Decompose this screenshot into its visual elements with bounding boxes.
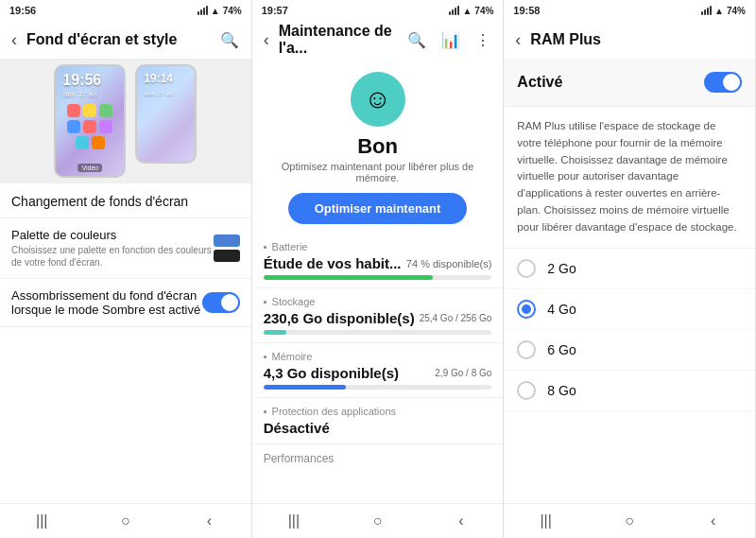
top-bar-p3: ‹ RAM Plus: [504, 21, 755, 59]
activated-label: Activé: [517, 74, 562, 91]
radio-label-3: 8 Go: [547, 383, 576, 398]
stat-header-1: ▪ Stockage: [264, 296, 492, 307]
battery-p1: 74%: [223, 6, 242, 16]
progress-bg-2: [264, 385, 492, 390]
toggle-knob: [221, 294, 238, 311]
radio-circle-3: [517, 381, 536, 400]
phone-preview-main[interactable]: 19:56 sam. 27 avr. Vidéo: [54, 64, 126, 178]
dark-mode-setting[interactable]: Assombrissement du fond d'écran lorsque …: [0, 279, 251, 327]
page-title-p3: RAM Plus: [530, 31, 747, 48]
nav-home-p3[interactable]: ○: [615, 512, 644, 530]
nav-home-p2[interactable]: ○: [363, 512, 391, 530]
palette-info: Palette de couleurs Choisissez une palet…: [11, 228, 214, 269]
nav-menu-p2[interactable]: |||: [280, 512, 308, 530]
progress-bg-1: [264, 330, 492, 335]
palette-desc: Choisissez une palette en fonction des c…: [11, 244, 214, 269]
ram-plus-description: RAM Plus utilise l'espace de stockage de…: [504, 107, 755, 249]
palette-title: Palette de couleurs: [11, 228, 214, 242]
stat-extra-2: 2,9 Go / 8 Go: [435, 368, 491, 378]
back-button-p2[interactable]: ‹: [260, 28, 273, 52]
stat-label-1: 230,6 Go disponible(s): [264, 310, 415, 326]
back-button-p1[interactable]: ‹: [8, 28, 21, 52]
chart-icon-p2[interactable]: 📊: [437, 29, 465, 51]
status-smiley: ☺: [351, 72, 405, 127]
battery-p3: 74%: [727, 6, 746, 16]
wifi-icon-p2: ▲: [462, 6, 472, 16]
time-p1: 19:56: [9, 5, 36, 16]
stat-item-2: ▪ Mémoire 4,3 Go disponible(s) 2,9 Go / …: [252, 343, 504, 398]
stat-item-0: ▪ Batterie Étude de vos habit... 74 % di…: [252, 234, 504, 288]
nav-back-p3[interactable]: ‹: [699, 512, 728, 530]
radio-option-0[interactable]: 2 Go: [504, 249, 755, 289]
stat-cat-1: Stockage: [272, 296, 316, 307]
bottom-nav-p2: ||| ○ ‹: [252, 503, 504, 538]
palette-setting[interactable]: Palette de couleurs Choisissez une palet…: [0, 218, 251, 279]
ram-plus-toggle[interactable]: [704, 72, 742, 93]
more-icon-p2[interactable]: ⋮: [471, 29, 495, 51]
wifi-icon: ▲: [211, 6, 220, 16]
signal-icon: [198, 6, 208, 15]
time-p3: 19:58: [513, 5, 540, 16]
status-sub: Optimisez maintenant pour libérer plus d…: [264, 161, 492, 183]
back-button-p3[interactable]: ‹: [511, 28, 524, 52]
stat-extra-1: 25,4 Go / 256 Go: [420, 313, 492, 323]
preview-time-alt: 19:14: [144, 72, 173, 85]
radio-label-0: 2 Go: [547, 261, 576, 276]
signal-icon-p2: [449, 6, 459, 15]
stats-container: ▪ Batterie Étude de vos habit... 74 % di…: [252, 234, 504, 444]
stat-header-3: ▪ Protection des applications: [264, 406, 492, 417]
stat-icon-3: ▪: [264, 406, 267, 417]
video-label: Vidéo: [77, 164, 102, 172]
phone-preview-alt[interactable]: 19:14 sam. 27 avr.: [135, 64, 197, 164]
wifi-icon-p3: ▲: [714, 6, 724, 16]
radio-option-2[interactable]: 6 Go: [504, 330, 755, 371]
status-icons-p3: ▲ 74%: [701, 6, 746, 16]
wallpaper-change-section[interactable]: Changement de fonds d'écran: [0, 183, 251, 218]
progress-fill-0: [264, 275, 433, 280]
nav-menu-p1[interactable]: |||: [27, 512, 56, 530]
radio-option-1[interactable]: 4 Go: [504, 289, 755, 330]
stat-icon-1: ▪: [264, 296, 267, 307]
stat-item-1: ▪ Stockage 230,6 Go disponible(s) 25,4 G…: [252, 288, 504, 343]
color-swatches[interactable]: [214, 234, 240, 262]
stat-row-2: 4,3 Go disponible(s) 2,9 Go / 8 Go: [264, 365, 492, 381]
stat-cat-0: Batterie: [272, 241, 308, 252]
swatch-blue[interactable]: [214, 234, 240, 247]
app-icons-main: [60, 104, 120, 149]
radio-label-2: 6 Go: [547, 342, 576, 357]
nav-menu-p3[interactable]: |||: [532, 512, 560, 530]
status-icons-p1: ▲ 74%: [198, 6, 242, 16]
swatch-dark[interactable]: [214, 250, 240, 262]
nav-back-p1[interactable]: ‹: [195, 512, 223, 530]
bottom-nav-p3: ||| ○ ‹: [504, 503, 755, 538]
radio-circle-1: [517, 300, 536, 319]
dark-mode-toggle[interactable]: [202, 292, 240, 313]
radio-label-1: 4 Go: [547, 302, 576, 317]
stat-icon-0: ▪: [264, 241, 267, 252]
panel-maintenance: 19:57 ▲ 74% ‹ Maintenance de l'a... 🔍 📊 …: [252, 0, 505, 538]
preview-time: 19:56: [62, 72, 101, 89]
stat-row-1: 230,6 Go disponible(s) 25,4 Go / 256 Go: [264, 310, 492, 326]
stat-cat-3: Protection des applications: [272, 406, 396, 417]
ram-options: 2 Go 4 Go 6 Go 8 Go: [504, 249, 755, 411]
progress-fill-2: [264, 385, 346, 390]
signal-icon-p3: [701, 6, 712, 15]
dark-mode-info: Assombrissement du fond d'écran lorsque …: [11, 288, 202, 317]
radio-circle-0: [517, 259, 536, 278]
preview-date: sam. 27 avr.: [62, 91, 98, 97]
nav-back-p2[interactable]: ‹: [447, 512, 475, 530]
radio-inner-1: [522, 304, 531, 314]
progress-fill-1: [264, 330, 286, 335]
search-icon-p2[interactable]: 🔍: [403, 29, 431, 51]
search-icon-p1[interactable]: 🔍: [215, 29, 244, 51]
stat-row-3: Désactivé: [264, 420, 492, 436]
page-title-p2: Maintenance de l'a...: [279, 23, 398, 57]
stat-label-0: Étude de vos habit...: [264, 255, 402, 271]
optimize-button[interactable]: Optimiser maintenant: [288, 193, 468, 224]
nav-home-p1[interactable]: ○: [112, 512, 140, 530]
status-bar-p2: 19:57 ▲ 74%: [252, 0, 504, 21]
radio-option-3[interactable]: 8 Go: [504, 371, 755, 411]
dark-mode-title: Assombrissement du fond d'écran lorsque …: [11, 288, 202, 317]
time-p2: 19:57: [262, 5, 288, 16]
stat-label-3: Désactivé: [264, 420, 330, 436]
